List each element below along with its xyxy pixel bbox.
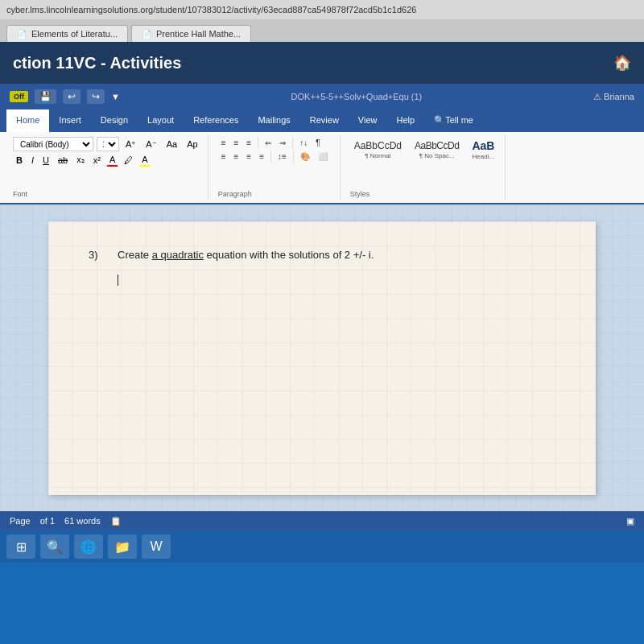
- font-grow-button[interactable]: A⁺: [122, 138, 139, 151]
- justify-button[interactable]: ≡: [256, 151, 267, 163]
- underline-button[interactable]: U: [39, 154, 52, 167]
- document-title: DOK++5-5++Solv+Quad+Equ (1): [291, 92, 423, 101]
- tab-home[interactable]: Home: [6, 109, 49, 132]
- save-button[interactable]: 💾: [35, 89, 56, 104]
- tab-label-2: Prentice Hall Mathe...: [156, 29, 241, 39]
- tab-references[interactable]: References: [184, 109, 248, 132]
- browser-tabs: 📄 Elements of Literatu... 📄 Prentice Hal…: [0, 19, 644, 42]
- superscript-button[interactable]: x²: [90, 154, 104, 167]
- document-area[interactable]: 3) Create a quadratic equation with the …: [0, 205, 644, 511]
- taskbar-start[interactable]: ⊞: [6, 535, 35, 559]
- tab-doc-icon-2: 📄: [142, 30, 151, 39]
- status-bar-right: ▣: [626, 516, 634, 526]
- paragraph-group-content: ≡ ≡ ≡ ⇐ ⇒ ↑↓ ¶ ≡ ≡ ≡ ≡ ↕≡: [218, 137, 333, 187]
- change-case-button[interactable]: Aa: [163, 138, 180, 151]
- tab-insert[interactable]: Insert: [49, 109, 91, 132]
- tab-mailings[interactable]: Mailings: [248, 109, 299, 132]
- para-divider-2: [292, 137, 293, 149]
- style-no-space[interactable]: AaBbCcDd ¶ No Spac...: [411, 138, 463, 161]
- style-normal[interactable]: AaBbCcDd ¶ Normal: [350, 138, 406, 161]
- para-row1: ≡ ≡ ≡ ⇐ ⇒ ↑↓ ¶: [218, 137, 324, 149]
- browser-tab-1[interactable]: 📄 Elements of Literatu...: [6, 25, 128, 42]
- strikethrough-button[interactable]: ab: [55, 154, 71, 167]
- para-divider-3: [270, 151, 271, 163]
- search-icon: 🔍: [434, 115, 445, 126]
- home-icon[interactable]: 🏠: [613, 54, 631, 72]
- font-size-select[interactable]: 11: [97, 137, 119, 151]
- document-page[interactable]: 3) Create a quadratic equation with the …: [48, 221, 596, 495]
- tab-review[interactable]: Review: [300, 109, 349, 132]
- undo-button[interactable]: ↩: [63, 89, 80, 104]
- font-row2: B I U ab x₂ x² A 🖊 A: [13, 153, 151, 167]
- style-heading-preview: AaB: [472, 139, 494, 153]
- align-right-button[interactable]: ≡: [243, 151, 254, 163]
- style-heading1[interactable]: AaB Headi...: [468, 137, 498, 163]
- shading-button[interactable]: 🎨: [297, 151, 313, 163]
- show-formatting-button[interactable]: ¶: [312, 137, 323, 149]
- tab-view[interactable]: View: [349, 109, 387, 132]
- sort-button[interactable]: ↑↓: [296, 137, 311, 149]
- cursor-line: [89, 270, 555, 289]
- ribbon-container: Off 💾 ↩ ↪ ▼ DOK++5-5++Solv+Quad+Equ (1) …: [0, 84, 644, 205]
- browser-url-bar[interactable]: cyber.lms.lincolnlearningsolutions.org/s…: [0, 0, 644, 19]
- align-center-button[interactable]: ≡: [230, 151, 242, 163]
- app-header: ction 11VC - Activities 🏠: [0, 42, 644, 84]
- tab-layout[interactable]: Layout: [138, 109, 184, 132]
- borders-button[interactable]: ⬜: [315, 151, 331, 163]
- document-content: 3) Create a quadratic equation with the …: [89, 246, 555, 290]
- tab-doc-icon-1: 📄: [17, 30, 27, 39]
- taskbar: ⊞ 🔍 🌐 📁 W: [0, 530, 644, 563]
- proofing-button[interactable]: 📋: [110, 516, 122, 526]
- font-shrink-button[interactable]: A⁻: [142, 138, 159, 151]
- word-count: 61 words: [64, 516, 101, 526]
- bullets-button[interactable]: ≡: [218, 137, 229, 149]
- url-text: cyber.lms.lincolnlearningsolutions.org/s…: [6, 5, 416, 14]
- tab-tell-me[interactable]: 🔍 Tell me: [424, 109, 483, 132]
- redo-button[interactable]: ↪: [87, 89, 105, 104]
- title-bar: Off 💾 ↩ ↪ ▼ DOK++5-5++Solv+Quad+Equ (1) …: [0, 84, 644, 109]
- quick-access-toolbar: Off 💾 ↩ ↪ ▼: [10, 89, 120, 104]
- off-button[interactable]: Off: [10, 91, 28, 102]
- paragraph-group: ≡ ≡ ≡ ⇐ ⇒ ↑↓ ¶ ≡ ≡ ≡ ≡ ↕≡: [212, 135, 341, 200]
- tab-help[interactable]: Help: [387, 109, 425, 132]
- font-row1: Calibri (Body) 11 A⁺ A⁻ Aa Ap: [13, 137, 201, 151]
- font-group: Calibri (Body) 11 A⁺ A⁻ Aa Ap B I U ab: [6, 135, 208, 200]
- taskbar-folder[interactable]: 📁: [108, 535, 137, 559]
- font-color-button[interactable]: A: [106, 153, 118, 167]
- view-mode-buttons: ▣: [626, 516, 634, 526]
- increase-indent-button[interactable]: ⇒: [276, 137, 289, 149]
- ribbon-content: Calibri (Body) 11 A⁺ A⁻ Aa Ap B I U ab: [0, 132, 644, 204]
- browser-tab-2[interactable]: 📄 Prentice Hall Mathe...: [131, 25, 251, 42]
- taskbar-search[interactable]: 🔍: [40, 535, 69, 559]
- ribbon-tabs: Home Insert Design Layout References Mai…: [0, 109, 644, 132]
- item-text-3: Create a quadratic equation with the sol…: [118, 246, 374, 264]
- styles-group-label: Styles: [350, 187, 370, 198]
- subscript-button[interactable]: x₂: [73, 153, 88, 167]
- status-bar: Page of 1 61 words 📋 ▣: [0, 511, 644, 530]
- style-nospace-label: ¶ No Spac...: [419, 152, 455, 159]
- clear-formatting-button[interactable]: Ap: [184, 138, 200, 151]
- bold-button[interactable]: B: [13, 154, 26, 167]
- style-heading-label: Headi...: [473, 153, 495, 160]
- styles-row: AaBbCcDd ¶ Normal AaBbCcDd ¶ No Spac... …: [350, 137, 499, 163]
- quick-access-separator: ▼: [111, 92, 120, 101]
- multilevel-button[interactable]: ≡: [243, 137, 254, 149]
- app-title: ction 11VC - Activities: [13, 54, 181, 72]
- taskbar-browser[interactable]: 🌐: [74, 535, 103, 559]
- paragraph-group-label: Paragraph: [218, 187, 252, 198]
- font-family-select[interactable]: Calibri (Body): [13, 137, 93, 151]
- user-name: ⚠ Brianna: [593, 92, 634, 102]
- item-number-3: 3): [89, 246, 108, 264]
- numbering-button[interactable]: ≡: [230, 137, 242, 149]
- taskbar-word[interactable]: W: [142, 535, 171, 559]
- font-group-label: Font: [13, 187, 27, 198]
- align-left-button[interactable]: ≡: [218, 151, 229, 163]
- line-spacing-button[interactable]: ↕≡: [275, 151, 290, 163]
- decrease-indent-button[interactable]: ⇐: [262, 137, 275, 149]
- tab-design[interactable]: Design: [91, 109, 138, 132]
- text-highlight-button[interactable]: A: [138, 153, 151, 167]
- highlight-button[interactable]: 🖊: [121, 154, 136, 167]
- style-normal-label: ¶ Normal: [365, 152, 390, 159]
- italic-button[interactable]: I: [28, 154, 37, 167]
- tab-label-1: Elements of Literatu...: [31, 29, 118, 39]
